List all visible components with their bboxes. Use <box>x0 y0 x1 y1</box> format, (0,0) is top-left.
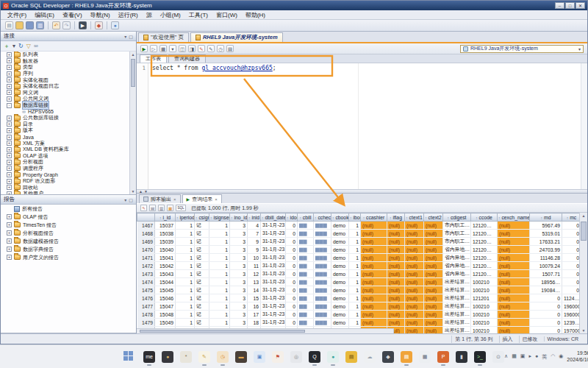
cell-ibook[interactable]: 1 <box>349 319 361 327</box>
cell-ccode[interactable]: 100210 <box>471 286 498 294</box>
cell-cdigest[interactable]: 出差结算… <box>443 286 471 294</box>
menu-item[interactable]: 小组(M) <box>157 11 184 19</box>
cell-cexch_name[interactable]: (null) <box>498 311 530 319</box>
cell-cbill[interactable]: ▆▆ <box>298 246 314 254</box>
cell-ctext1[interactable]: (null) <box>405 238 424 246</box>
cell-ccheck[interactable]: ▆▆▆ <box>314 238 331 246</box>
cell-idoc[interactable]: 0 <box>286 254 298 262</box>
row-number-cell[interactable]: 1472 <box>137 262 155 270</box>
cell-ccode[interactable]: 100210 <box>471 319 498 327</box>
cell-ctext2[interactable]: (null) <box>424 270 443 278</box>
cell-dbill_date[interactable]: 31-1月-23 <box>261 270 286 278</box>
cell-cexch_name[interactable]: (null) <box>498 262 530 270</box>
tree-item-HZPSV665[interactable]: ∞HZPSV665 <box>1 108 136 115</box>
column-header-ccode[interactable]: ↕ ccode <box>471 213 498 222</box>
cell-idoc[interactable]: 0 <box>286 238 298 246</box>
column-header-idoc[interactable]: ↕ idoc <box>286 213 298 222</box>
column-header-csign[interactable]: ↕ csign <box>195 213 209 222</box>
cell-i_id[interactable]: 15039 <box>155 238 176 246</box>
cell-dbill_date[interactable]: 31-1月-23 <box>261 222 286 230</box>
cell-idoc[interactable]: 0 <box>286 222 298 230</box>
cell-dbill_date[interactable]: 31-1月-23 <box>261 286 286 294</box>
cell-mc[interactable]: 0 <box>562 222 581 230</box>
cell-inid[interactable]: 11 <box>248 262 261 270</box>
column-header-inid[interactable]: ↕ inid <box>248 213 261 222</box>
flag-app-icon[interactable]: ⚑ <box>272 351 284 363</box>
cell-iflag[interactable]: (null) <box>387 246 405 254</box>
cell-ino_id[interactable]: 3 <box>230 294 248 302</box>
cell-isignseq[interactable]: 1 <box>209 286 230 294</box>
cell-ctext1[interactable]: (null) <box>405 262 424 270</box>
row-number-cell[interactable]: 1475 <box>137 286 155 294</box>
cell-cexch_name[interactable]: (null) <box>498 278 530 286</box>
column-header-cbill[interactable]: ↕ cbill <box>298 213 314 222</box>
cell-ino_id[interactable]: 3 <box>230 222 248 230</box>
cell-ccashier[interactable]: (null) <box>361 254 387 262</box>
cell-iflag[interactable]: (null) <box>387 278 405 286</box>
tree-item-数据库链接[interactable]: -数据库链接 <box>1 102 136 109</box>
cell-ccheck[interactable]: ▆▆▆ <box>314 230 331 238</box>
cell-isignseq[interactable]: 1 <box>209 294 230 302</box>
cell-isignseq[interactable]: 1 <box>209 246 230 254</box>
tree-item-同义词[interactable]: +同义词 <box>1 90 136 96</box>
column-header-mc[interactable]: ↕ mc <box>562 213 581 222</box>
cell-isignseq[interactable]: 1 <box>209 254 230 262</box>
cell-iperiod[interactable]: 1 <box>176 238 195 246</box>
cell-iflag[interactable]: (null) <box>387 254 405 262</box>
cell-ibook[interactable]: 1 <box>349 302 361 311</box>
cell-cdigest[interactable]: 出差结算… <box>443 327 471 334</box>
cell-csign[interactable]: 记 <box>195 230 209 238</box>
row-number-cell[interactable]: 1474 <box>137 278 155 286</box>
tree-item-所有报告[interactable]: 所有报告 <box>1 205 136 213</box>
cell-md[interactable]: 0 <box>530 319 562 327</box>
wallet-app-icon[interactable]: ▬ <box>235 351 247 363</box>
worksheet-tool-icon-1[interactable]: ▷ <box>150 45 157 52</box>
menu-item[interactable]: 查看(V) <box>59 11 86 19</box>
reports-panel-header[interactable]: 报告 ▾▢ <box>1 195 136 205</box>
column-header-cbook[interactable]: ↕ cbook <box>331 213 349 222</box>
cell-ccashier[interactable]: (null) <box>361 270 387 278</box>
column-header-iflag[interactable]: ↕ iflag <box>387 213 405 222</box>
row-number-cell[interactable]: 1476 <box>137 294 155 302</box>
tree-expander-icon[interactable]: + <box>7 153 12 158</box>
cell-i_id[interactable]: 15049 <box>155 319 176 327</box>
grid-icon[interactable]: ▤ <box>149 205 156 211</box>
sql-icon[interactable]: SQL <box>176 205 186 211</box>
cell-ctext1[interactable]: (null) <box>405 311 424 319</box>
cell-cbook[interactable]: demo <box>331 238 349 246</box>
cell-md[interactable]: 5967.49 <box>530 222 562 230</box>
cell-iperiod[interactable]: 1 <box>176 319 195 327</box>
tab-worksheet[interactable]: 工作表 <box>140 54 167 63</box>
cell-inid[interactable]: 13 <box>248 278 261 286</box>
cell-cdigest[interactable]: 出差结算… <box>443 278 471 286</box>
cell-ccode[interactable]: 12120… <box>471 246 498 254</box>
cell-mc[interactable]: 0 <box>562 246 581 254</box>
new-file-icon[interactable]: ▤ <box>5 21 13 29</box>
cell-ctext2[interactable]: (null) <box>424 222 443 230</box>
cell-ibook[interactable]: 1 <box>349 246 361 254</box>
cell-ibook[interactable]: 1 <box>349 286 361 294</box>
cell-cbook[interactable]: demo <box>331 254 349 262</box>
cell-cexch_name[interactable]: (null) <box>498 327 530 334</box>
tree-expander-icon[interactable]: + <box>7 179 12 184</box>
tree-item-数据字典报告[interactable]: +数据字典报告 <box>1 245 136 253</box>
cell-dbill_date[interactable]: 31-1月-23 <box>261 278 286 286</box>
cell-iperiod[interactable]: 1 <box>176 270 195 278</box>
cell-i_id[interactable]: 15037 <box>155 222 176 230</box>
connection-selector[interactable]: RHEL9 Java开发环境-system ▾ <box>460 45 584 53</box>
cell-ccheck[interactable]: ▆▆▆ <box>314 246 331 254</box>
tab-welcome[interactable]: "欢迎使用" 页 <box>138 32 189 42</box>
cell-ino_id[interactable]: 3 <box>230 230 248 238</box>
cell-ctext1[interactable]: (null) <box>405 319 424 327</box>
tree-item-OLAP 报告[interactable]: +OLAP 报告 <box>1 213 136 221</box>
cell-cbook[interactable]: demo <box>331 246 349 254</box>
tree-item-调度程序[interactable]: +调度程序 <box>1 166 136 172</box>
cell-ctext2[interactable]: (null) <box>424 311 443 319</box>
cell-ctext2[interactable]: (null) <box>424 327 443 334</box>
cell-cbook[interactable]: demo <box>331 278 349 286</box>
tree-item-Property Graph[interactable]: +Property Graph <box>1 171 136 178</box>
cell-cexch_name[interactable]: (null) <box>498 319 530 327</box>
cell-cexch_name[interactable]: (null) <box>498 286 530 294</box>
tab-query-builder[interactable]: 查询构建器 <box>168 54 206 63</box>
cell-cbook[interactable]: demo <box>331 222 349 230</box>
